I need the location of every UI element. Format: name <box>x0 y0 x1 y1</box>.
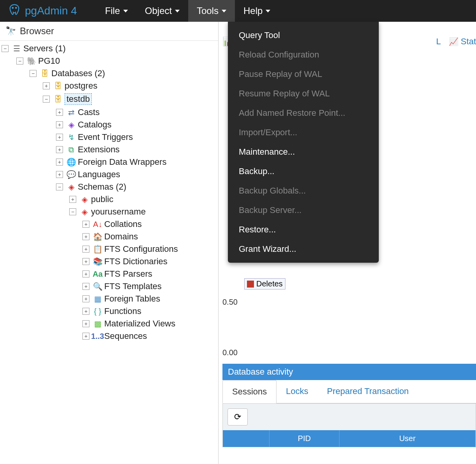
tree-fts-parsers[interactable]: Aa FTS Parsers <box>2 268 218 280</box>
expand-icon[interactable] <box>82 295 89 302</box>
expand-icon[interactable] <box>56 121 63 128</box>
tab-stat-label: Stat <box>461 37 476 47</box>
tools-grant-wizard[interactable]: Grant Wizard... <box>228 239 379 259</box>
tree-public[interactable]: ◈ public <box>2 193 218 206</box>
collapse-icon[interactable] <box>69 208 76 215</box>
tab-stat[interactable]: 📈 Stat <box>449 37 476 47</box>
tree-fts-templates[interactable]: 🔍 FTS Templates <box>2 280 218 293</box>
tab-locks[interactable]: Locks <box>276 380 317 403</box>
col-pid[interactable]: PID <box>270 430 340 447</box>
tree-label: public <box>91 194 113 204</box>
expand-icon[interactable] <box>56 146 63 153</box>
chart-legend-deletes[interactable]: Deletes <box>244 278 285 290</box>
tree-databases[interactable]: 🗄 Databases (2) <box>2 67 218 80</box>
expand-icon[interactable] <box>69 196 76 203</box>
tree-servers[interactable]: ☰ Servers (1) <box>2 42 218 55</box>
right-tabs: L 📈 Stat <box>436 37 476 47</box>
collapse-icon[interactable] <box>30 70 37 77</box>
browser-header: 🔭 Browser <box>0 22 218 41</box>
tools-query-tool[interactable]: Query Tool <box>228 26 379 45</box>
logo[interactable]: pgAdmin 4 <box>8 3 77 18</box>
tools-restore-point: Add Named Restore Point... <box>228 103 379 123</box>
db-activity-toolbar: ⟳ <box>223 404 476 430</box>
menu-file[interactable]: File <box>96 0 136 22</box>
tab-prepared[interactable]: Prepared Transaction <box>318 380 418 403</box>
languages-icon: 💬 <box>66 170 76 179</box>
tree-label: Schemas (2) <box>78 182 126 192</box>
tree-functions[interactable]: { } Functions <box>2 305 218 317</box>
tools-maintenance[interactable]: Maintenance... <box>228 142 379 162</box>
col-blank[interactable] <box>223 430 270 447</box>
tab-sessions[interactable]: Sessions <box>222 380 276 403</box>
expand-icon[interactable] <box>82 233 89 240</box>
db-activity-tabs: Sessions Locks Prepared Transaction <box>222 380 476 403</box>
tree-fts-config[interactable]: 📋 FTS Configurations <box>2 243 218 255</box>
expand-icon[interactable] <box>82 308 89 315</box>
col-user[interactable]: User <box>340 430 476 447</box>
tree-label: Foreign Data Wrappers <box>78 157 166 167</box>
tree-sequences[interactable]: 1..3 Sequences <box>2 330 218 342</box>
menu-help[interactable]: Help <box>235 0 279 22</box>
expand-icon[interactable] <box>82 270 89 277</box>
tree-label: FTS Dictionaries <box>104 256 168 267</box>
caret-down-icon <box>175 10 180 12</box>
collapse-icon[interactable] <box>16 58 23 65</box>
expand-icon[interactable] <box>82 283 89 290</box>
browser-title: Browser <box>20 26 54 37</box>
tree-catalogs[interactable]: ◈ Catalogs <box>2 119 218 131</box>
y-tick: 0.50 <box>222 298 238 307</box>
tree-casts[interactable]: ⇄ Casts <box>2 106 218 119</box>
expand-icon[interactable] <box>43 82 50 89</box>
tab-l[interactable]: L <box>436 37 441 47</box>
tree-label: Casts <box>78 107 100 117</box>
tree-mviews[interactable]: ▩ Materialized Views <box>2 317 218 330</box>
tree-postgres[interactable]: 🗄 postgres <box>2 80 218 92</box>
tree-languages[interactable]: 💬 Languages <box>2 168 218 181</box>
tree-label: Collations <box>104 219 142 229</box>
tree-schemas[interactable]: ◈ Schemas (2) <box>2 181 218 193</box>
expand-icon[interactable] <box>82 258 89 265</box>
tree-collations[interactable]: A↓ Collations <box>2 218 218 230</box>
expand-icon[interactable] <box>56 159 63 166</box>
expand-icon[interactable] <box>82 221 89 228</box>
tree-pg10[interactable]: 🐘 PG10 <box>2 55 218 67</box>
expand-icon[interactable] <box>82 333 89 340</box>
tree-label: Foreign Tables <box>104 294 160 304</box>
tools-backup[interactable]: Backup... <box>228 162 379 181</box>
menu-help-label: Help <box>243 5 262 16</box>
tree-fts-dict[interactable]: 📚 FTS Dictionaries <box>2 255 218 268</box>
tree-testdb[interactable]: 🗄 testdb <box>2 92 218 106</box>
tools-restore[interactable]: Restore... <box>228 220 379 239</box>
object-tree: ☰ Servers (1) 🐘 PG10 🗄 Databases (2) 🗄 p… <box>0 41 218 344</box>
sequences-icon: 1..3 <box>93 332 103 341</box>
menu-object-label: Object <box>145 5 172 16</box>
expand-icon[interactable] <box>56 134 63 141</box>
db-activity-header: Database activity <box>222 364 476 380</box>
expand-icon[interactable] <box>56 109 63 116</box>
chart-icon: 📈 <box>449 37 458 46</box>
tree-extensions[interactable]: ⧉ Extensions <box>2 143 218 156</box>
expand-icon[interactable] <box>56 171 63 178</box>
menu-object[interactable]: Object <box>136 0 188 22</box>
tree-yourusername[interactable]: ◈ yourusername <box>2 206 218 218</box>
expand-icon[interactable] <box>82 246 89 253</box>
schema-icon: ◈ <box>79 207 89 216</box>
tools-resume-replay: Resume Replay of WAL <box>228 84 379 103</box>
collapse-icon[interactable] <box>43 96 50 103</box>
expand-icon[interactable] <box>82 320 89 327</box>
collapse-icon[interactable] <box>56 183 63 190</box>
tree-fdw[interactable]: 🌐 Foreign Data Wrappers <box>2 156 218 168</box>
collations-icon: A↓ <box>93 220 103 229</box>
mviews-icon: ▩ <box>93 319 103 328</box>
collapse-icon[interactable] <box>2 45 9 52</box>
tree-domains[interactable]: 🏠 Domains <box>2 230 218 243</box>
caret-down-icon <box>123 10 128 12</box>
refresh-button[interactable]: ⟳ <box>228 408 248 426</box>
event-triggers-icon: ↯ <box>66 133 76 142</box>
tree-event-triggers[interactable]: ↯ Event Triggers <box>2 131 218 143</box>
menu-file-label: File <box>105 5 120 16</box>
fts-parsers-icon: Aa <box>93 270 103 279</box>
server-group-icon: ☰ <box>12 44 22 53</box>
menu-tools[interactable]: Tools <box>188 0 235 22</box>
tree-foreign-tables[interactable]: ▦ Foreign Tables <box>2 293 218 305</box>
